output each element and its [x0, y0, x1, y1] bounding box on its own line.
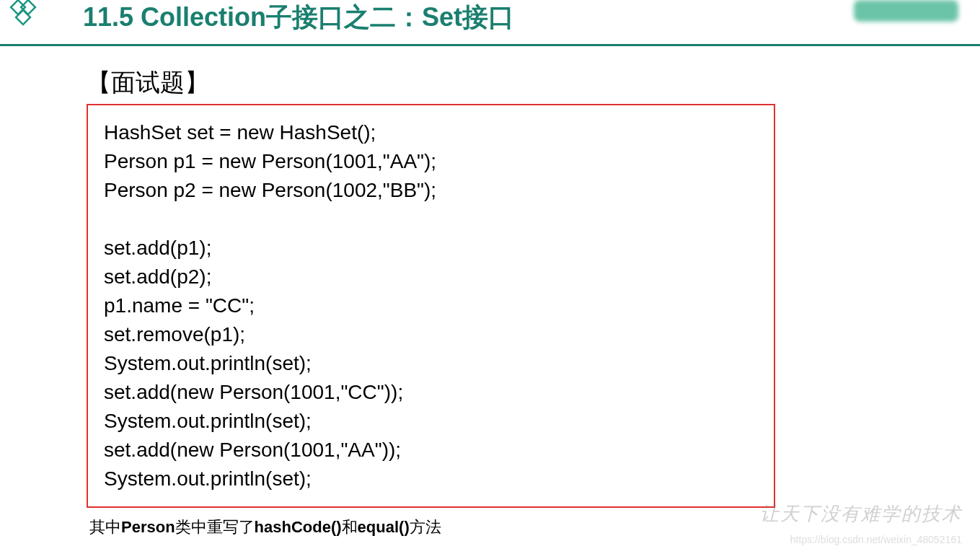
watermark-url: https://blog.csdn.net/weixin_48052161 — [790, 534, 962, 545]
code-box: HashSet set = new HashSet(); Person p1 =… — [87, 104, 775, 508]
code-line: Person p2 = new Person(1002,"BB"); — [104, 176, 758, 205]
svg-rect-2 — [16, 10, 30, 25]
code-line: System.out.println(set); — [104, 465, 758, 493]
code-line: System.out.println(set); — [104, 349, 758, 378]
diamond-logo-icon — [7, 0, 37, 30]
footer-bold: equal() — [358, 518, 410, 536]
section-title: 【面试题】 — [87, 66, 893, 100]
page-title: 11.5 Collection子接口之二：Set接口 — [83, 0, 514, 35]
code-line: set.add(p1); — [104, 234, 758, 263]
content-area: 【面试题】 HashSet set = new HashSet(); Perso… — [0, 46, 980, 538]
footer-text: 方法 — [410, 518, 441, 536]
code-line: System.out.println(set); — [104, 407, 758, 436]
code-line: p1.name = "CC"; — [104, 291, 758, 320]
code-line: set.add(new Person(1001,"AA")); — [104, 436, 758, 465]
footer-bold: hashCode() — [255, 518, 342, 536]
code-line: set.add(p2); — [104, 263, 758, 291]
footer-bold: Person — [121, 518, 175, 536]
code-line: set.remove(p1); — [104, 320, 758, 349]
code-line: set.add(new Person(1001,"CC")); — [104, 378, 758, 407]
watermark-slogan: 让天下没有难学的技术 — [760, 501, 962, 527]
footer-text: 和 — [342, 518, 358, 536]
code-blank-line — [104, 205, 758, 234]
code-line: HashSet set = new HashSet(); — [104, 118, 758, 147]
svg-rect-1 — [21, 0, 35, 14]
svg-rect-0 — [11, 0, 25, 14]
header-row: 11.5 Collection子接口之二：Set接口 — [0, 0, 980, 43]
footer-text: 类中重写了 — [175, 518, 255, 536]
code-line: Person p1 = new Person(1001,"AA"); — [104, 147, 758, 176]
footer-text: 其中 — [89, 518, 121, 536]
header-badge — [854, 0, 958, 22]
